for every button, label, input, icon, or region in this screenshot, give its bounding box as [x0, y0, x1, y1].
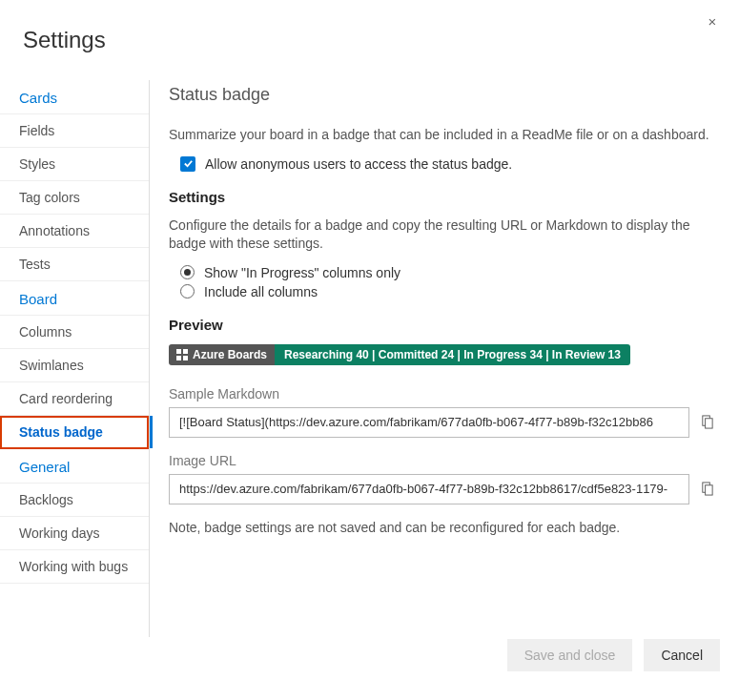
sidebar: Cards Fields Styles Tag colors Annotatio…: [0, 80, 150, 637]
main-content: Status badge Summarize your board in a b…: [150, 80, 739, 637]
copy-markdown-button[interactable]: [697, 413, 716, 432]
settings-description: Configure the details for a badge and co…: [169, 216, 716, 254]
nav-item-annotations[interactable]: Annotations: [0, 215, 149, 248]
svg-rect-5: [705, 419, 712, 428]
page-title: Status badge: [169, 85, 716, 105]
checkmark-icon: [183, 158, 194, 169]
allow-anonymous-checkbox[interactable]: [180, 156, 195, 172]
svg-rect-0: [176, 349, 181, 354]
markdown-label: Sample Markdown: [169, 386, 716, 401]
save-and-close-button[interactable]: Save and close: [507, 639, 633, 671]
nav-item-swimlanes[interactable]: Swimlanes: [0, 349, 149, 382]
nav-section-board: Board: [0, 281, 149, 316]
image-url-label: Image URL: [169, 453, 716, 468]
dialog-title: Settings: [0, 0, 739, 80]
svg-rect-7: [705, 485, 712, 495]
columns-radio-group: Show "In Progress" columns only Include …: [180, 265, 716, 299]
nav-item-tests[interactable]: Tests: [0, 248, 149, 281]
markdown-input[interactable]: [169, 407, 689, 438]
page-description: Summarize your board in a badge that can…: [169, 126, 716, 145]
radio-in-progress-only[interactable]: [180, 265, 195, 279]
badge-right-label: Researching 40 | Committed 24 | In Progr…: [275, 344, 630, 365]
svg-rect-2: [176, 356, 181, 360]
nav-item-working-days[interactable]: Working days: [0, 517, 149, 550]
svg-rect-1: [183, 349, 188, 354]
nav-section-general: General: [0, 449, 149, 484]
nav-item-styles[interactable]: Styles: [0, 148, 149, 181]
copy-image-url-button[interactable]: [697, 480, 716, 499]
badge-preview: Azure Boards Researching 40 | Committed …: [169, 344, 630, 365]
nav-item-fields[interactable]: Fields: [0, 114, 149, 148]
nav-item-working-with-bugs[interactable]: Working with bugs: [0, 550, 149, 584]
nav-item-tag-colors[interactable]: Tag colors: [0, 181, 149, 215]
nav-item-card-reordering[interactable]: Card reordering: [0, 382, 149, 416]
image-url-input[interactable]: [169, 474, 689, 504]
allow-anonymous-label: Allow anonymous users to access the stat…: [205, 156, 512, 172]
note-text: Note, badge settings are not saved and c…: [169, 520, 716, 535]
radio-include-all-label: Include all columns: [204, 284, 318, 299]
cancel-button[interactable]: Cancel: [644, 639, 720, 671]
close-icon: ×: [708, 13, 717, 30]
nav-item-status-badge[interactable]: Status badge: [0, 416, 149, 449]
nav-section-cards: Cards: [0, 80, 149, 114]
copy-icon: [700, 482, 714, 496]
radio-include-all[interactable]: [180, 284, 195, 299]
badge-left-label: Azure Boards: [193, 348, 267, 361]
close-button[interactable]: ×: [703, 11, 722, 31]
svg-rect-3: [183, 356, 188, 360]
dialog-footer: Save and close Cancel: [507, 639, 720, 671]
settings-heading: Settings: [169, 189, 716, 205]
radio-in-progress-label: Show "In Progress" columns only: [204, 265, 400, 280]
copy-icon: [700, 415, 714, 429]
preview-heading: Preview: [169, 317, 716, 333]
nav-item-backlogs[interactable]: Backlogs: [0, 484, 149, 517]
azure-boards-icon: [176, 349, 188, 360]
nav-item-columns[interactable]: Columns: [0, 316, 149, 349]
